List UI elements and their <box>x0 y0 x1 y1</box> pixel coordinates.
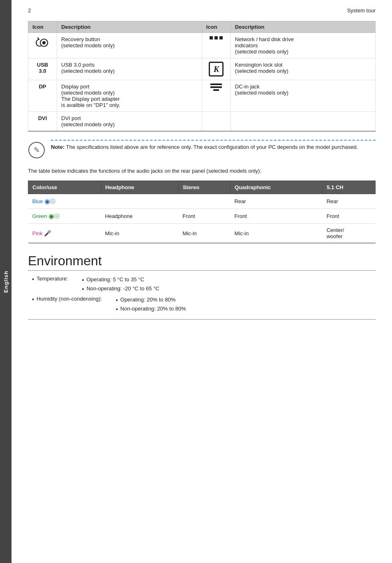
icon-cell-dc <box>202 80 231 112</box>
audio-col-quadraphonic: Quadraphonic <box>230 181 322 194</box>
pink-mic-symbol: 🎤 <box>44 230 51 236</box>
audio-pink-headphone: Mic-in <box>101 224 179 243</box>
note-text: Note: The specifications listed above ar… <box>51 144 376 150</box>
list-item: Operating: 20% to 80% <box>116 297 186 305</box>
sidebar-label: English <box>3 271 9 293</box>
icon-description-table: Icon Description Icon Description <box>28 21 376 132</box>
desc-cell-kensington: Kensington lock slot(selected models onl… <box>231 58 375 80</box>
audio-pink-51ch: Center/woofer <box>323 224 376 243</box>
list-item-label: Humidity (non-condensing): <box>37 296 102 302</box>
desc-cell-dc: DC-in jack(selected models only) <box>231 80 375 112</box>
icon-cell-network <box>202 33 231 58</box>
env-top-divider <box>28 270 376 271</box>
audio-col-51ch: 5.1 CH <box>323 181 376 194</box>
note-icon: ✎ <box>28 141 45 159</box>
list-item: Non-operating: 20% to 80% <box>116 306 186 314</box>
page-number: 2 <box>28 7 31 14</box>
humidity-operating: Operating: 20% to 80% <box>120 297 175 303</box>
audio-green-headphone: Headphone <box>101 209 179 224</box>
svg-point-1 <box>42 41 46 44</box>
svg-text:✎: ✎ <box>34 146 40 154</box>
list-item-label: Temperature: <box>37 276 68 282</box>
desc-cell-recovery: Recovery button(selected models only) <box>57 33 202 58</box>
icon-cell-kensington: K <box>202 58 231 80</box>
icon-cell-dp: DP <box>28 80 57 112</box>
col-desc1: Description <box>57 21 202 33</box>
environment-title: Environment <box>28 253 376 269</box>
recovery-icon <box>35 36 51 49</box>
blue-audio-icon: Blue◉⦾ <box>32 197 97 205</box>
audio-blue-stereo <box>178 194 230 209</box>
main-content: 2 System tour Icon Description Icon Desc… <box>12 0 392 332</box>
audio-intro-paragraph: The table below indicates the functions … <box>28 168 376 174</box>
icon-cell-recovery <box>28 33 57 58</box>
page-title: System tour <box>347 7 376 14</box>
note-body: The specifications listed above are for … <box>65 144 358 150</box>
env-bottom-divider <box>28 319 376 320</box>
dc-icon <box>206 83 226 91</box>
temp-non-operating: Non-operating: -20 °C to 65 °C <box>86 285 159 292</box>
green-audio-icon: Green◉⦾ <box>32 212 97 220</box>
audio-green-quad: Front <box>230 209 322 224</box>
table-row: Pink 🎤 Mic-in Mic-in Mic-in Center/woofe… <box>28 224 376 243</box>
table-row: Green◉⦾ Headphone Front Front Front <box>28 209 376 224</box>
audio-color-blue: Blue◉⦾ <box>28 194 101 209</box>
list-item: Humidity (non-condensing): Operating: 20… <box>32 296 376 314</box>
humidity-non-operating: Non-operating: 20% to 80% <box>120 306 186 312</box>
audio-pink-quad: Mic-in <box>230 224 322 243</box>
table-row: DP Display port(selected models only)The… <box>28 80 376 112</box>
icon-cell-empty <box>202 112 231 132</box>
pink-audio-icon: Pink 🎤 <box>32 230 97 236</box>
desc-cell-network: Network / hard disk driveindicators(sele… <box>231 33 375 58</box>
audio-color-green: Green◉⦾ <box>28 209 101 224</box>
dashed-divider <box>51 140 376 141</box>
icon-cell-dvi: DVI <box>28 112 57 132</box>
temperature-sublist: Operating: 5 °C to 35 °C Non-operating: … <box>71 276 159 294</box>
table-row: USB 3.0 USB 3.0 ports(selected models on… <box>28 58 376 80</box>
table-row: Blue◉⦾ Rear Rear <box>28 194 376 209</box>
col-icon2: Icon <box>202 21 231 33</box>
sidebar: English <box>0 0 12 563</box>
environment-section: Environment Temperature: Operating: 5 °C… <box>28 253 376 320</box>
desc-cell-empty <box>231 112 375 132</box>
audio-blue-headphone <box>101 194 179 209</box>
note-bold: Note: <box>51 144 65 150</box>
green-wifi-symbol: ◉⦾ <box>48 212 60 220</box>
audio-jacks-table: Color/use Headphone Stereo Quadraphonic … <box>28 181 376 243</box>
audio-pink-stereo: Mic-in <box>178 224 230 243</box>
audio-green-stereo: Front <box>178 209 230 224</box>
note-content: Note: The specifications listed above ar… <box>51 140 376 150</box>
note-section: ✎ Note: The specifications listed above … <box>28 140 376 159</box>
audio-blue-51ch: Rear <box>323 194 376 209</box>
humidity-sublist: Operating: 20% to 80% Non-operating: 20%… <box>104 297 186 314</box>
list-item: Non-operating: -20 °C to 65 °C <box>82 285 159 294</box>
col-desc2: Description <box>231 21 375 33</box>
audio-col-stereo: Stereo <box>178 181 230 194</box>
table-row: DVI DVI port(selected models only) <box>28 112 376 132</box>
desc-cell-usb: USB 3.0 ports(selected models only) <box>57 58 202 80</box>
temp-operating: Operating: 5 °C to 35 °C <box>86 276 144 283</box>
audio-green-51ch: Front <box>323 209 376 224</box>
audio-blue-quad: Rear <box>230 194 322 209</box>
col-icon1: Icon <box>28 21 57 33</box>
blue-wifi-symbol: ◉⦾ <box>44 197 55 205</box>
list-item: Operating: 5 °C to 35 °C <box>82 276 159 285</box>
audio-col-color: Color/use <box>28 181 101 194</box>
page-header: 2 System tour <box>28 7 376 14</box>
table-row: Recovery button(selected models only) Ne… <box>28 33 376 58</box>
list-item: Temperature: Operating: 5 °C to 35 °C No… <box>32 276 376 294</box>
desc-cell-dvi: DVI port(selected models only) <box>57 112 202 132</box>
audio-col-headphone: Headphone <box>101 181 179 194</box>
desc-cell-dp: Display port(selected models only)The Di… <box>57 80 202 112</box>
audio-color-pink: Pink 🎤 <box>28 224 101 243</box>
icon-cell-usb: USB 3.0 <box>28 58 57 80</box>
environment-list: Temperature: Operating: 5 °C to 35 °C No… <box>28 276 376 314</box>
kensington-icon: K <box>209 62 224 76</box>
